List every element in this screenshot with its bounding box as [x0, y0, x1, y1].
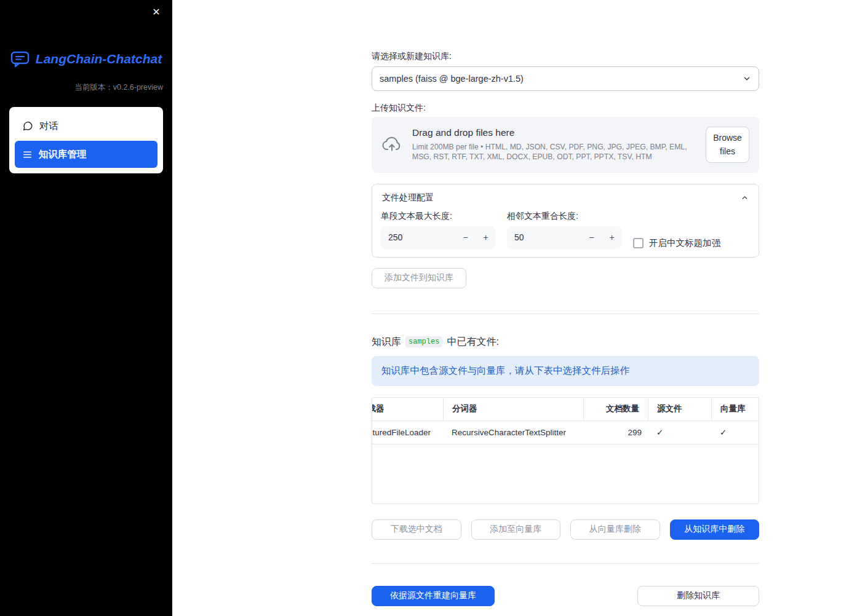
logo: LangChain-Chatchat — [0, 50, 172, 68]
bottom-buttons: 依据源文件重建向量库 删除知识库 — [372, 586, 759, 606]
overlap-group: 相邻文本重合长度: 50 − + — [507, 210, 622, 249]
info-message: 知识库中包含源文件与向量库，请从下表中选择文件后操作 — [372, 356, 759, 386]
file-dropzone[interactable]: Drag and drop files here Limit 200MB per… — [372, 117, 759, 173]
existing-suffix: 中已有文件: — [447, 336, 498, 349]
title-enhance-checkbox[interactable]: 开启中文标题加强 — [633, 237, 720, 249]
kb-name-code: samples — [405, 336, 442, 347]
checkbox-icon — [633, 238, 644, 248]
divider — [372, 563, 759, 564]
chat-bubble-icon — [22, 120, 33, 132]
chevron-down-icon — [743, 74, 751, 83]
sidebar-item-knowledge-base[interactable]: 知识库管理 — [15, 141, 157, 168]
table-action-buttons: 下载选中文档 添加至向量库 从向量库删除 从知识库中删除 — [372, 519, 759, 540]
cell-loader: UnstructuredFileLoader — [372, 428, 443, 437]
upload-label: 上传知识文件: — [372, 103, 759, 114]
table-row[interactable]: UnstructuredFileLoader RecursiveCharacte… — [372, 421, 759, 444]
existing-prefix: 知识库 — [372, 336, 401, 349]
main-content: 请选择或新建知识库: samples (faiss @ bge-large-zh… — [372, 0, 759, 606]
overlap-value: 50 — [507, 232, 581, 242]
cell-splitter: RecursiveCharacterTextSplitter — [443, 428, 583, 437]
delete-from-vector-button[interactable]: 从向量库删除 — [570, 519, 660, 540]
divider — [372, 314, 759, 314]
sidebar: ✕ LangChain-Chatchat 当前版本：v0.2.6-preview — [0, 0, 172, 616]
kb-select[interactable]: samples (faiss @ bge-large-zh-v1.5) — [372, 66, 759, 91]
version-label: 当前版本：v0.2.6-preview — [0, 82, 172, 93]
add-to-vector-button[interactable]: 添加至向量库 — [471, 519, 561, 540]
expander-header[interactable]: 文件处理配置 — [372, 184, 759, 210]
cell-source-check: ✓ — [648, 427, 711, 437]
sidebar-nav: 对话 知识库管理 — [9, 107, 163, 173]
overlap-input[interactable]: 50 − + — [507, 226, 622, 249]
app-window: ✕ LangChain-Chatchat 当前版本：v0.2.6-preview — [0, 0, 849, 616]
max-length-group: 单段文本最大长度: 250 − + — [381, 210, 496, 249]
add-files-button[interactable]: 添加文件到知识库 — [372, 268, 466, 288]
overlap-label: 相邻文本重合长度: — [507, 211, 622, 222]
checkbox-label: 开启中文标题加强 — [649, 237, 720, 249]
close-sidebar-icon[interactable]: ✕ — [148, 4, 165, 21]
expander-title: 文件处理配置 — [382, 192, 434, 203]
column-header-splitter[interactable]: 分词器 — [443, 398, 583, 421]
dropzone-title: Drag and drop files here — [412, 127, 696, 138]
sidebar-item-label: 知识库管理 — [39, 148, 87, 161]
column-header-doc-count[interactable]: 文档数量 — [583, 398, 648, 421]
column-header-source-file[interactable]: 源文件 — [648, 398, 711, 421]
decrement-button[interactable]: − — [581, 226, 602, 249]
upload-cloud-icon — [381, 135, 402, 154]
column-header-loader[interactable]: 文档加载器 — [372, 398, 443, 421]
max-length-value: 250 — [381, 232, 455, 242]
increment-button[interactable]: + — [602, 226, 622, 249]
existing-files-line: 知识库 samples 中已有文件: — [372, 336, 759, 349]
cell-vector-check: ✓ — [711, 427, 759, 437]
download-selected-button[interactable]: 下载选中文档 — [372, 519, 461, 540]
delete-knowledge-base-button[interactable]: 删除知识库 — [637, 586, 759, 606]
decrement-button[interactable]: − — [455, 226, 476, 249]
sidebar-item-dialogue[interactable]: 对话 — [15, 113, 157, 140]
kb-select-value: samples (faiss @ bge-large-zh-v1.5) — [380, 74, 524, 84]
increment-button[interactable]: + — [476, 226, 496, 249]
delete-from-kb-button[interactable]: 从知识库中删除 — [670, 519, 760, 540]
kb-select-label: 请选择或新建知识库: — [372, 51, 759, 62]
rebuild-vector-store-button[interactable]: 依据源文件重建向量库 — [372, 586, 495, 606]
files-table[interactable]: 文档加载器 分词器 文档数量 源文件 向量库 UnstructuredFileL… — [372, 397, 759, 504]
browse-files-button[interactable]: Browse files — [706, 127, 749, 163]
chevron-up-icon — [741, 194, 749, 202]
dropzone-text: Drag and drop files here Limit 200MB per… — [412, 127, 696, 162]
file-config-expander: 文件处理配置 单段文本最大长度: 250 − + 相邻文 — [372, 184, 759, 258]
list-icon — [22, 149, 33, 160]
chat-logo-icon — [10, 50, 30, 68]
expander-body: 单段文本最大长度: 250 − + 相邻文本重合长度: 50 − + — [372, 210, 759, 257]
app-title: LangChain-Chatchat — [36, 52, 162, 66]
cell-doc-count: 299 — [583, 428, 648, 437]
max-length-input[interactable]: 250 − + — [381, 226, 496, 249]
max-length-label: 单段文本最大长度: — [381, 211, 496, 222]
dropzone-limit: Limit 200MB per file • HTML, MD, JSON, C… — [412, 142, 696, 162]
table-header: 文档加载器 分词器 文档数量 源文件 向量库 — [372, 398, 759, 421]
column-header-vector-store[interactable]: 向量库 — [711, 398, 759, 421]
sidebar-item-label: 对话 — [39, 120, 58, 133]
